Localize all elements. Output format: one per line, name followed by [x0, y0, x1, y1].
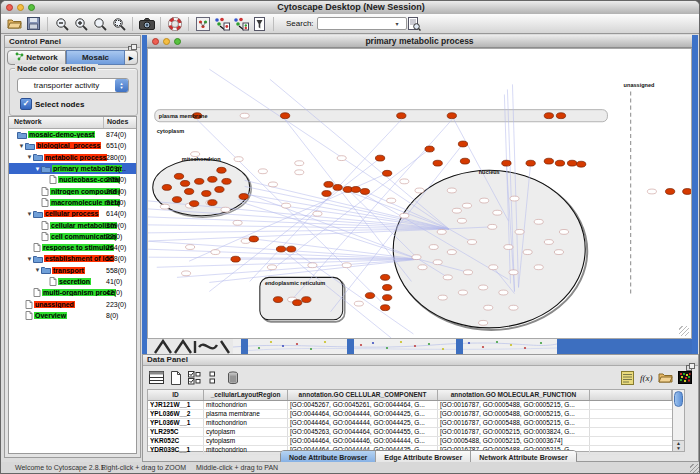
gene-node[interactable] [509, 305, 518, 310]
gene-node[interactable] [240, 113, 249, 118]
gene-node[interactable] [484, 305, 493, 310]
gene-node-highlighted[interactable] [208, 200, 217, 206]
gene-node[interactable] [509, 270, 518, 275]
gene-node[interactable] [429, 245, 438, 250]
gene-node-highlighted[interactable] [276, 246, 285, 252]
gene-node[interactable] [400, 213, 409, 218]
scrollbar-thumb[interactable] [674, 391, 683, 407]
gene-node-highlighted[interactable] [293, 300, 302, 306]
select-attributes-icon[interactable] [185, 369, 204, 387]
gene-node[interactable] [268, 182, 277, 187]
gene-node[interactable] [559, 229, 568, 234]
gene-node-highlighted[interactable] [526, 160, 535, 166]
gene-node[interactable] [295, 170, 304, 175]
gene-node[interactable] [234, 157, 243, 162]
search-input[interactable] [317, 17, 407, 30]
gene-node[interactable] [267, 265, 276, 270]
gene-node-highlighted[interactable] [380, 305, 389, 311]
gene-node[interactable] [160, 204, 169, 209]
apply-layout-a-icon[interactable] [212, 15, 231, 32]
open-file-icon[interactable] [5, 15, 24, 32]
snapshot-icon[interactable] [137, 15, 156, 32]
gene-node[interactable] [342, 263, 351, 268]
gene-node[interactable] [387, 198, 396, 203]
tree-row[interactable]: multi-organism proce42(0) [9, 287, 136, 298]
gene-node-highlighted[interactable] [447, 113, 456, 119]
expand-arrow-icon[interactable]: ▼ [18, 143, 25, 149]
gene-node[interactable] [308, 263, 317, 268]
gene-node-highlighted[interactable] [195, 178, 204, 184]
gene-node[interactable] [493, 210, 502, 215]
unselect-attributes-icon[interactable] [204, 369, 223, 387]
gene-node[interactable] [447, 188, 456, 193]
gene-node-highlighted[interactable] [351, 187, 360, 193]
gene-node-highlighted[interactable] [287, 246, 296, 252]
gene-node-highlighted[interactable] [174, 173, 183, 179]
gene-node-highlighted[interactable] [556, 113, 565, 119]
tree-row[interactable]: macromolecule metab311(0) [9, 197, 136, 208]
gene-node[interactable] [412, 255, 421, 260]
function-icon[interactable]: f(x) [637, 369, 656, 387]
gene-node[interactable] [186, 245, 195, 250]
gene-node[interactable] [510, 196, 519, 201]
column-header[interactable]: annotation.GO MOLECULAR_FUNCTION [438, 390, 590, 400]
gene-node[interactable] [462, 203, 471, 208]
table-row[interactable]: YPL036W__1mitochondrion[GO:0044464, GO:0… [148, 419, 684, 428]
gene-node[interactable] [463, 270, 472, 275]
apply-layout-b-icon[interactable] [231, 15, 250, 32]
zoom-in-icon[interactable] [71, 15, 90, 32]
gene-node-highlighted[interactable] [184, 189, 193, 195]
gene-node[interactable] [443, 275, 452, 280]
gene-node-highlighted[interactable] [544, 158, 553, 164]
gene-node[interactable] [554, 250, 563, 255]
gene-node[interactable] [452, 208, 461, 213]
gene-node-highlighted[interactable] [555, 160, 564, 166]
gene-node[interactable] [438, 295, 447, 300]
gene-node-highlighted[interactable] [433, 160, 442, 166]
gene-node-highlighted[interactable] [380, 274, 389, 280]
gene-node-highlighted[interactable] [180, 180, 189, 186]
gene-node-highlighted[interactable] [460, 158, 469, 164]
gene-node-highlighted[interactable] [217, 167, 226, 173]
gene-node-highlighted[interactable] [208, 176, 217, 182]
save-icon[interactable] [24, 15, 43, 32]
gene-node[interactable] [282, 203, 291, 208]
zoom-out-icon[interactable] [52, 15, 71, 32]
gene-node-highlighted[interactable] [458, 141, 467, 147]
table-row[interactable]: YPL036W__2plasma membrane[GO:0044464, GO… [148, 410, 684, 419]
gene-node-highlighted[interactable] [162, 185, 171, 191]
expand-arrow-icon[interactable]: ▼ [26, 154, 33, 160]
gene-node[interactable] [258, 169, 267, 174]
filter-icon[interactable] [250, 15, 269, 32]
gene-node[interactable] [544, 240, 553, 245]
zoom-selected-icon[interactable] [109, 15, 128, 32]
gene-node[interactable] [295, 161, 304, 166]
tree-row[interactable]: ▼metabolic process280(0) [9, 152, 136, 163]
vizmapper-icon[interactable] [193, 15, 212, 32]
gene-node[interactable] [458, 290, 467, 295]
gene-node-highlighted[interactable] [231, 256, 240, 262]
tab-network[interactable]: Network [7, 50, 66, 65]
gene-node[interactable] [211, 250, 220, 255]
gene-node[interactable] [488, 224, 497, 229]
expand-arrow-icon[interactable]: ▼ [26, 211, 33, 217]
gene-node-highlighted[interactable] [280, 113, 289, 119]
gene-node-highlighted[interactable] [249, 236, 258, 242]
gene-node-highlighted[interactable] [397, 113, 406, 119]
select-nodes-checkbox[interactable]: ✓ [20, 98, 32, 110]
expand-arrow-icon[interactable]: ▼ [34, 267, 41, 273]
expand-arrow-icon[interactable]: ▼ [26, 256, 33, 262]
column-header[interactable]: _cellularLayoutRegion [204, 390, 288, 400]
column-header[interactable] [590, 390, 672, 400]
gene-node-highlighted[interactable] [222, 178, 231, 184]
scrollbar-arrows[interactable]: ▲▼ [673, 440, 684, 451]
tree-col-divider[interactable] [103, 117, 104, 128]
heatmap-icon[interactable] [675, 369, 694, 387]
canvas-resize-grip[interactable] [679, 326, 689, 336]
column-header[interactable]: annotation.GO CELLULAR_COMPONENT [288, 390, 438, 400]
expand-arrow-icon[interactable]: ▼ [34, 166, 41, 172]
gene-node[interactable] [182, 271, 191, 276]
advanced-search-icon[interactable] [405, 15, 424, 32]
gene-node[interactable] [415, 188, 424, 193]
tree-row[interactable]: mosaic-demo-yeast874(0) [9, 129, 136, 140]
